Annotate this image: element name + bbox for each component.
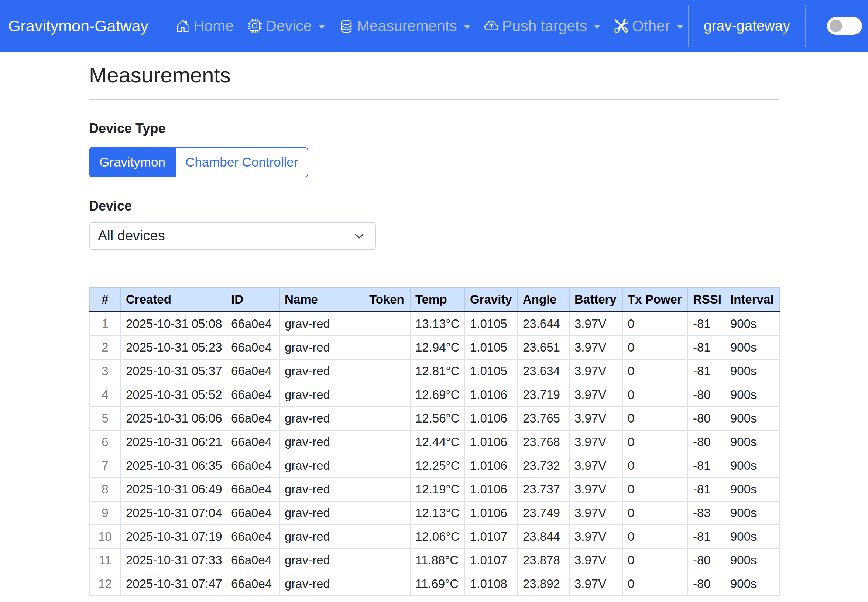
- row-index-cell: 6: [89, 430, 121, 454]
- chevron-down-icon: [464, 25, 470, 29]
- table-cell: 2025-10-31 06:06: [121, 407, 226, 430]
- table-row: 92025-10-31 07:0466a0e4grav-red12.13°C1.…: [89, 501, 779, 525]
- table-cell: -83: [688, 501, 725, 525]
- column-header: Angle: [518, 287, 569, 312]
- table-cell: -80: [688, 430, 725, 454]
- table-cell: 900s: [725, 407, 779, 430]
- gateway-name: grav-gateway: [689, 18, 805, 34]
- row-index-cell: 4: [89, 383, 121, 407]
- table-cell: [364, 478, 410, 501]
- app-brand[interactable]: Gravitymon-Gatway: [8, 17, 149, 35]
- table-cell: -80: [688, 407, 725, 430]
- table-cell: 0: [623, 478, 688, 501]
- toggle-knob: [830, 20, 842, 32]
- table-cell: 0: [623, 383, 688, 407]
- row-index-cell: 1: [89, 311, 121, 336]
- table-cell: 12.25°C: [410, 454, 465, 478]
- table-cell: 23.732: [518, 454, 569, 478]
- nav-item-home[interactable]: Home: [176, 17, 234, 35]
- table-cell: 66a0e4: [226, 359, 279, 383]
- cpu-icon: [248, 19, 262, 33]
- table-cell: [364, 525, 410, 548]
- table-row: 62025-10-31 06:2166a0e4grav-red12.44°C1.…: [89, 430, 779, 454]
- table-cell: grav-red: [279, 478, 364, 501]
- database-icon: [339, 19, 353, 33]
- nav-label-other: Other: [632, 17, 670, 35]
- table-row: 22025-10-31 05:2366a0e4grav-red12.94°C1.…: [89, 336, 779, 359]
- table-cell: [364, 311, 410, 336]
- table-cell: 900s: [725, 548, 779, 572]
- nav-item-push-targets[interactable]: Push targets: [485, 17, 600, 35]
- table-cell: 12.06°C: [410, 525, 465, 548]
- table-cell: 1.0106: [465, 501, 518, 525]
- table-cell: 0: [623, 311, 688, 336]
- table-cell: 1.0107: [465, 548, 518, 572]
- table-cell: [364, 454, 410, 478]
- table-cell: 2025-10-31 05:37: [121, 359, 226, 383]
- table-row: 12025-10-31 05:0866a0e4grav-red13.13°C1.…: [89, 311, 779, 336]
- table-cell: 3.97V: [569, 359, 623, 383]
- row-index-cell: 8: [89, 478, 121, 501]
- table-cell: 2025-10-31 05:08: [121, 311, 226, 336]
- table-cell: grav-red: [279, 548, 364, 572]
- table-row: 112025-10-31 07:3366a0e4grav-red11.88°C1…: [89, 548, 779, 572]
- table-cell: 66a0e4: [226, 548, 279, 572]
- device-type-label: Device Type: [89, 120, 779, 136]
- table-cell: 23.719: [518, 383, 569, 407]
- table-cell: 1.0108: [465, 572, 518, 596]
- table-cell: 66a0e4: [226, 478, 279, 501]
- table-cell: 900s: [725, 336, 779, 359]
- table-cell: 23.844: [518, 525, 569, 548]
- table-cell: [364, 359, 410, 383]
- table-cell: 23.768: [518, 430, 569, 454]
- table-cell: 23.651: [518, 336, 569, 359]
- nav-item-measurements[interactable]: Measurements: [339, 17, 470, 35]
- table-cell: 23.878: [518, 548, 569, 572]
- table-cell: 23.634: [518, 359, 569, 383]
- table-cell: grav-red: [279, 407, 364, 430]
- table-cell: 3.97V: [569, 383, 623, 407]
- table-cell: -80: [688, 572, 725, 596]
- table-cell: 0: [623, 359, 688, 383]
- table-cell: 2025-10-31 05:52: [121, 383, 226, 407]
- table-cell: 1.0106: [465, 407, 518, 430]
- table-cell: 23.749: [518, 501, 569, 525]
- theme-toggle[interactable]: [827, 17, 862, 35]
- table-cell: 2025-10-31 07:19: [121, 525, 226, 548]
- measurements-table: #CreatedIDNameTokenTempGravityAngleBatte…: [89, 287, 780, 596]
- table-cell: [364, 383, 410, 407]
- table-cell: -81: [688, 525, 725, 548]
- tools-icon: [614, 19, 629, 33]
- table-cell: -81: [688, 311, 725, 336]
- nav-item-other[interactable]: Other: [614, 17, 683, 35]
- table-cell: grav-red: [279, 336, 364, 359]
- chevron-down-icon: [677, 25, 683, 29]
- table-cell: 900s: [725, 572, 779, 596]
- chamber-controller-button[interactable]: Chamber Controller: [176, 147, 308, 177]
- table-cell: 3.97V: [569, 430, 623, 454]
- table-cell: 0: [623, 572, 688, 596]
- table-cell: -81: [688, 359, 725, 383]
- table-cell: 1.0105: [465, 336, 518, 359]
- table-cell: -81: [688, 454, 725, 478]
- nav-item-device[interactable]: Device: [248, 17, 325, 35]
- column-header: Temp: [410, 287, 465, 312]
- device-select[interactable]: All devices: [89, 222, 376, 250]
- page-title: Measurements: [89, 62, 779, 88]
- gravitymon-button[interactable]: Gravitymon: [89, 147, 176, 177]
- table-cell: 1.0105: [465, 359, 518, 383]
- table-cell: grav-red: [279, 359, 364, 383]
- column-header: Token: [364, 287, 410, 312]
- navbar-divider: [162, 5, 163, 46]
- main-nav: Home Device Measurements Push targets: [176, 17, 683, 35]
- table-cell: 1.0106: [465, 454, 518, 478]
- table-cell: [364, 336, 410, 359]
- table-cell: 3.97V: [569, 454, 623, 478]
- top-navbar: Gravitymon-Gatway Home Device Measuremen…: [0, 0, 868, 52]
- table-cell: 11.69°C: [410, 572, 465, 596]
- table-cell: 66a0e4: [226, 311, 279, 336]
- row-index-cell: 2: [89, 336, 121, 359]
- table-cell: 2025-10-31 07:33: [121, 548, 226, 572]
- table-cell: 2025-10-31 07:04: [121, 501, 226, 525]
- chevron-down-icon: [593, 25, 600, 29]
